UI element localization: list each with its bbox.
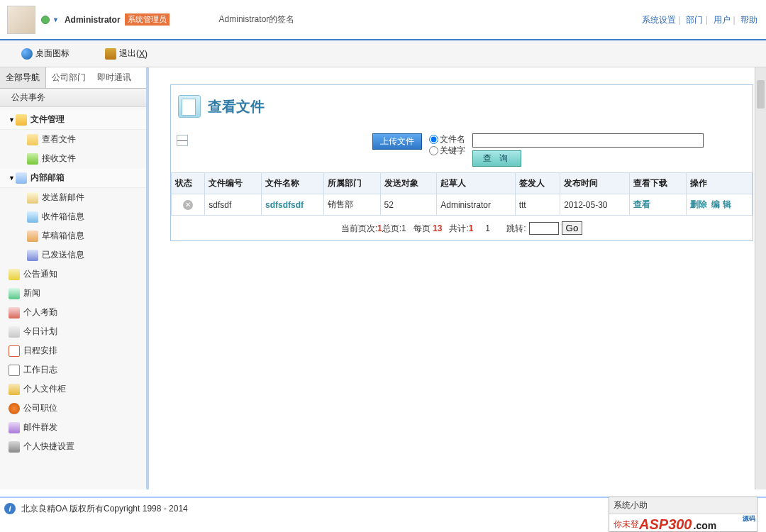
link-user[interactable]: 用户: [714, 15, 731, 25]
pager: 当前页次:1总页:1 每页 13 共计:1 1 跳转:Go: [171, 216, 753, 240]
sidebar-item-5[interactable]: 收件箱信息: [0, 207, 146, 226]
upload-file-button[interactable]: 上传文件: [372, 133, 422, 150]
tab-company-dept[interactable]: 公司部门: [46, 67, 91, 88]
main-area: 全部导航 公司部门 即时通讯 公共事务 ▼文件管理查看文件接收文件▼内部邮箱发送…: [0, 67, 766, 489]
folder-green-icon: [27, 153, 38, 165]
sidebar-strip[interactable]: 公共事务: [0, 89, 146, 107]
folder-icon: [16, 114, 27, 126]
folder-open-icon: [27, 134, 38, 145]
mailgroup-icon: [9, 422, 20, 433]
link-sys-settings[interactable]: 系统设置: [642, 15, 676, 25]
edit-link[interactable]: 编 辑: [711, 199, 731, 209]
role-badge: 系统管理员: [125, 13, 170, 26]
toolbar: 桌面图标 退出(X): [0, 40, 766, 67]
jump-input[interactable]: [529, 222, 559, 235]
mail-new-icon: [27, 192, 38, 204]
sidebar-item-10[interactable]: 个人考勤: [0, 303, 146, 322]
radio-filename[interactable]: 文件名: [429, 133, 465, 145]
avatar[interactable]: [7, 6, 35, 34]
sidebar-tabs: 全部导航 公司部门 即时通讯: [0, 67, 146, 89]
exit-icon: [105, 48, 116, 60]
sidebar-item-0[interactable]: ▼文件管理: [0, 110, 146, 130]
chevron-down-icon: ▼: [9, 116, 16, 123]
attend-icon: [9, 307, 20, 318]
documents-icon: [178, 95, 201, 118]
mail-icon: [16, 172, 27, 184]
content: 查看文件 — 上传文件 文件名 关键字 查 询 状态文件编号文件名称所属部门发送…: [149, 67, 766, 489]
panel-title: 查看文件: [171, 85, 753, 131]
desktop-icon: [21, 48, 33, 60]
go-button[interactable]: Go: [562, 221, 583, 235]
sidebar-item-15[interactable]: 公司职位: [0, 399, 146, 418]
sidebar-item-3[interactable]: ▼内部邮箱: [0, 168, 146, 188]
mail-in-icon: [27, 211, 38, 223]
header-links: 系统设置| 部门| 用户| 帮助: [642, 14, 757, 26]
sent-icon: [27, 250, 38, 261]
search-row: — 上传文件 文件名 关键字 查 询: [171, 131, 753, 170]
search-input[interactable]: [472, 133, 704, 148]
app-header: ▼ Administrator 系统管理员 Administrator的签名 系…: [0, 0, 766, 40]
tab-all-nav[interactable]: 全部导航: [0, 67, 46, 88]
chevron-down-icon: ▼: [9, 174, 16, 182]
announce-icon: [9, 269, 20, 280]
sidebar-item-17[interactable]: 个人快捷设置: [0, 437, 146, 456]
sidebar-item-9[interactable]: 新闻: [0, 284, 146, 303]
sidebar-item-1[interactable]: 查看文件: [0, 130, 146, 149]
exit-button[interactable]: 退出(X): [105, 48, 148, 60]
link-help[interactable]: 帮助: [740, 15, 757, 25]
sidebar-item-4[interactable]: 发送新邮件: [0, 188, 146, 207]
view-link[interactable]: 查看: [633, 199, 650, 209]
draft-icon: [27, 231, 38, 242]
news-icon: [9, 288, 20, 299]
vertical-scrollbar[interactable]: [755, 67, 766, 489]
system-helper-widget[interactable]: 系统小助 你未登 ASP300.com 源码: [609, 497, 757, 532]
sidebar-item-11[interactable]: 今日计划: [0, 322, 146, 341]
collapse-button[interactable]: —: [177, 135, 188, 146]
plan-icon: [9, 326, 20, 338]
copyright: 北京良精OA 版权所有Copyright 1998 - 2014: [21, 503, 188, 515]
link-dept[interactable]: 部门: [686, 15, 703, 25]
user-signature: Administrator的签名: [219, 13, 295, 26]
sidebar-item-12[interactable]: 日程安排: [0, 341, 146, 360]
sidebar-item-14[interactable]: 个人文件柜: [0, 379, 146, 399]
search-type-radios: 文件名 关键字: [429, 133, 465, 156]
radio-keyword[interactable]: 关键字: [429, 145, 465, 156]
desktop-icons-button[interactable]: 桌面图标: [21, 48, 70, 60]
file-table: 状态文件编号文件名称所属部门发送对象起草人签发人发布时间查看下载操作 ✕ sdf…: [171, 172, 753, 216]
org-icon: [9, 403, 20, 414]
sidebar-tree: ▼文件管理查看文件接收文件▼内部邮箱发送新邮件收件箱信息草稿箱信息已发送信息公告…: [0, 107, 146, 463]
settings-icon: [9, 441, 20, 453]
sidebar-item-13[interactable]: 工作日志: [0, 360, 146, 379]
file-name-link[interactable]: sdfsdfsdf: [265, 200, 304, 210]
search-button[interactable]: 查 询: [472, 150, 521, 167]
calendar-icon: [9, 345, 20, 357]
sidebar-item-6[interactable]: 草稿箱信息: [0, 226, 146, 245]
sidebar-item-8[interactable]: 公告通知: [0, 265, 146, 284]
info-icon: i: [4, 503, 16, 514]
log-icon: [9, 365, 20, 376]
sidebar-item-7[interactable]: 已发送信息: [0, 245, 146, 265]
tab-im[interactable]: 即时通讯: [91, 67, 137, 88]
sidebar-item-16[interactable]: 邮件群发: [0, 418, 146, 437]
brand-logo: ASP300.com: [639, 516, 716, 532]
panel: 查看文件 — 上传文件 文件名 关键字 查 询 状态文件编号文件名称所属部门发送…: [170, 84, 753, 241]
sidebar: 全部导航 公司部门 即时通讯 公共事务 ▼文件管理查看文件接收文件▼内部邮箱发送…: [0, 67, 149, 489]
delete-link[interactable]: 删除: [690, 199, 707, 209]
table-row: ✕ sdfsdf sdfsdfsdf 销售部 52 Administrator …: [172, 194, 753, 216]
status-online-icon: [41, 16, 50, 24]
filebox-icon: [9, 384, 20, 395]
chevron-down-icon[interactable]: ▼: [52, 16, 59, 23]
user-name: Administrator: [65, 15, 121, 25]
sidebar-item-2[interactable]: 接收文件: [0, 149, 146, 168]
status-disabled-icon: ✕: [183, 200, 193, 210]
